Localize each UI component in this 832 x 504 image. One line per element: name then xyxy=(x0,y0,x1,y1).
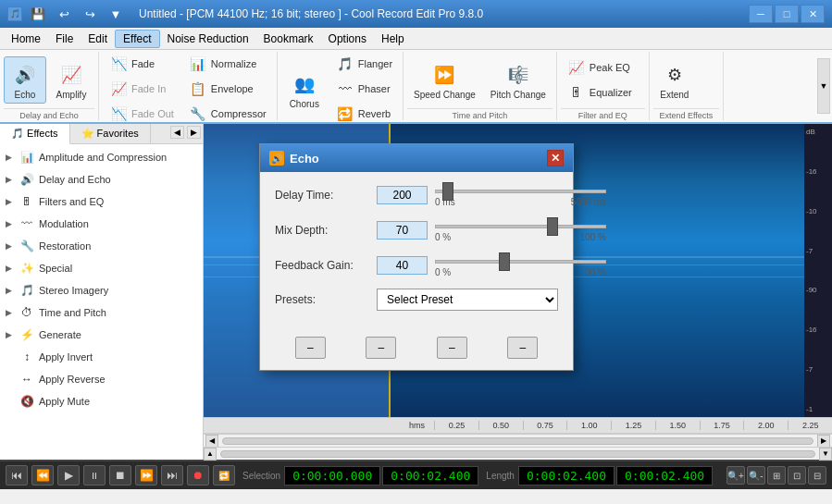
sidebar-item-restoration[interactable]: ▶ 🔧 Restoration xyxy=(0,235,203,257)
zoom-controls: 🔍+ 🔍- ⊞ ⊡ ⊟ xyxy=(726,466,826,485)
sidebar-item-stereo[interactable]: ▶ 🎵 Stereo Imagery xyxy=(0,279,203,301)
minimize-button[interactable]: ─ xyxy=(749,5,773,23)
btn-end[interactable]: ⏭ xyxy=(161,465,183,486)
close-button[interactable]: ✕ xyxy=(801,5,825,23)
btn-prev[interactable]: ⏪ xyxy=(31,465,54,486)
reverb-label: Reverb xyxy=(358,108,391,119)
zoom-extra-btn[interactable]: ⊟ xyxy=(808,466,826,485)
ribbon-btn-equalizer[interactable]: 🎚 Equalizer xyxy=(561,80,639,104)
qat-redo[interactable]: ↪ xyxy=(80,4,100,24)
ribbon-btn-fadeout[interactable]: 📉 Fade Out xyxy=(103,102,180,124)
maximize-button[interactable]: □ xyxy=(775,5,799,23)
scrollbar-h[interactable] xyxy=(222,437,813,445)
feedback-gain-input[interactable] xyxy=(377,256,428,275)
modal-close-btn[interactable]: ✕ xyxy=(547,150,564,166)
sidebar-nav-left[interactable]: ◀ xyxy=(170,126,184,139)
menu-file[interactable]: File xyxy=(48,31,81,47)
ribbon-btn-compressor[interactable]: 🔧 Compressor xyxy=(182,102,273,124)
ribbon-btn-extend[interactable]: ⚙ Extend xyxy=(653,56,696,104)
qat-save[interactable]: 💾 xyxy=(28,4,48,24)
sidebar-item-reverse[interactable]: ▶ ↔ Apply Reverse xyxy=(0,368,203,390)
ribbon-btn-amplify[interactable]: 📈 Amplify xyxy=(48,56,94,104)
sidebar-item-amplitude[interactable]: ▶ 📊 Amplitude and Compression xyxy=(0,146,203,168)
qat-undo[interactable]: ↩ xyxy=(54,4,74,24)
feedback-gain-slider[interactable] xyxy=(435,260,606,264)
scroll-right-btn[interactable]: ▶ xyxy=(817,435,830,448)
mix-max-label: 100 % xyxy=(580,232,606,242)
extend-label: Extend Effects xyxy=(653,108,719,120)
sidebar-nav-right[interactable]: ▶ xyxy=(187,126,201,139)
sidebar-item-mute[interactable]: ▶ 🔇 Apply Mute xyxy=(0,390,203,412)
btn-record[interactable]: ⏺ xyxy=(187,465,209,486)
sidebar-item-generate[interactable]: ▶ ⚡ Generate xyxy=(0,324,203,346)
scrollbar-v[interactable] xyxy=(220,450,815,458)
scroll-up-btn[interactable]: ▲ xyxy=(204,448,217,461)
btn-play[interactable]: ▶ xyxy=(57,465,80,486)
btn-stop[interactable]: ⏹ xyxy=(109,465,131,486)
transport-bar: ⏮ ⏪ ▶ ⏸ ⏹ ⏩ ⏭ ⏺ 🔁 Selection 0:00:00.000 … xyxy=(0,460,832,489)
length-end[interactable]: 0:00:02.400 xyxy=(616,466,713,486)
delay-min-label: 0 ms xyxy=(435,197,455,207)
ribbon-btn-chorus[interactable]: 👥 Chorus xyxy=(281,66,328,113)
timeline-200: 2.00 xyxy=(744,421,789,430)
sidebar-item-delay[interactable]: ▶ 🔊 Delay and Echo xyxy=(0,168,203,191)
ribbon-btn-reverb[interactable]: 🔁 Reverb xyxy=(329,102,399,124)
footer-btn-2[interactable]: – xyxy=(437,337,467,359)
zoom-fit-btn[interactable]: ⊞ xyxy=(767,466,786,485)
zoom-in-btn[interactable]: 🔍+ xyxy=(726,466,745,485)
delay-time-input[interactable] xyxy=(377,186,428,204)
sidebar-item-special[interactable]: ▶ ✨ Special xyxy=(0,257,203,279)
footer-btn-3[interactable]: – xyxy=(507,337,538,359)
ribbon-btn-pitch[interactable]: 🎼 Pitch Change xyxy=(484,56,553,104)
db-label-4: -90 xyxy=(806,286,830,294)
sidebar-item-modulation[interactable]: ▶ 〰 Modulation xyxy=(0,213,203,235)
mix-depth-slider[interactable] xyxy=(435,225,606,228)
delay-time-slider[interactable] xyxy=(435,190,606,193)
zoom-out-btn[interactable]: 🔍- xyxy=(747,466,765,485)
scroll-left-btn[interactable]: ◀ xyxy=(205,435,218,448)
mix-min-label: 0 % xyxy=(435,232,451,242)
chorus-icon: 👥 xyxy=(290,69,319,99)
btn-start[interactable]: ⏮ xyxy=(6,465,28,486)
presets-select[interactable]: Select Preset xyxy=(377,289,558,311)
length-start[interactable]: 0:00:02.400 xyxy=(518,466,615,486)
mix-depth-input[interactable] xyxy=(377,221,428,240)
menu-help[interactable]: Help xyxy=(374,31,412,47)
menu-options[interactable]: Options xyxy=(321,31,374,47)
tab-effects-label: Effects xyxy=(27,128,57,139)
timeline-100: 1.00 xyxy=(567,421,612,430)
ribbon-scroll-right[interactable]: ▼ xyxy=(817,58,830,114)
footer-btn-0[interactable]: – xyxy=(295,337,326,359)
tab-favorites[interactable]: ⭐ Favorites xyxy=(70,124,151,143)
footer-btn-1[interactable]: – xyxy=(366,337,396,359)
ribbon-btn-speed[interactable]: ⏩ Speed Change xyxy=(407,56,482,104)
ribbon-btn-peak-eq[interactable]: 📈 Peak EQ xyxy=(561,55,639,80)
sidebar-item-filters[interactable]: ▶ 🎚 Filters and EQ xyxy=(0,191,203,213)
btn-next[interactable]: ⏩ xyxy=(135,465,157,486)
sidebar-item-invert[interactable]: ▶ ↕ Apply Invert xyxy=(0,346,203,368)
ribbon-btn-phaser[interactable]: 〰 Phaser xyxy=(329,77,399,101)
tab-effects-icon: 🎵 xyxy=(11,128,24,139)
selection-start[interactable]: 0:00:00.000 xyxy=(284,466,380,486)
zoom-sel-btn[interactable]: ⊡ xyxy=(788,466,806,485)
btn-loop[interactable]: 🔁 xyxy=(213,465,235,486)
qat-down[interactable]: ▼ xyxy=(106,4,126,24)
ribbon-btn-fadein[interactable]: 📈 Fade In xyxy=(103,77,180,101)
sidebar-item-time[interactable]: ▶ ⏱ Time and Pitch xyxy=(0,301,203,324)
ribbon-btn-normalize[interactable]: 📊 Normalize xyxy=(182,52,273,76)
selection-end[interactable]: 0:00:02.400 xyxy=(382,466,478,486)
menu-bookmark[interactable]: Bookmark xyxy=(256,31,321,47)
ribbon-btn-fade[interactable]: 📉 Fade xyxy=(103,52,180,76)
timeline-225: 2.25 xyxy=(789,421,832,430)
ribbon-btn-echo[interactable]: 🔊 Echo xyxy=(4,56,46,104)
ribbon-btn-flanger[interactable]: 🎵 Flanger xyxy=(329,52,399,76)
menu-effect[interactable]: Effect xyxy=(115,30,159,48)
tab-effects[interactable]: 🎵 Effects xyxy=(0,124,70,144)
ribbon-btn-envelope[interactable]: 📋 Envelope xyxy=(182,77,273,101)
modal-title-bar[interactable]: 🔊 Echo ✕ xyxy=(260,144,573,172)
menu-noise-reduction[interactable]: Noise Reduction xyxy=(160,31,256,47)
menu-home[interactable]: Home xyxy=(4,31,48,47)
menu-edit[interactable]: Edit xyxy=(81,31,115,47)
btn-pause[interactable]: ⏸ xyxy=(83,465,106,486)
scroll-down-btn[interactable]: ▼ xyxy=(819,448,832,461)
